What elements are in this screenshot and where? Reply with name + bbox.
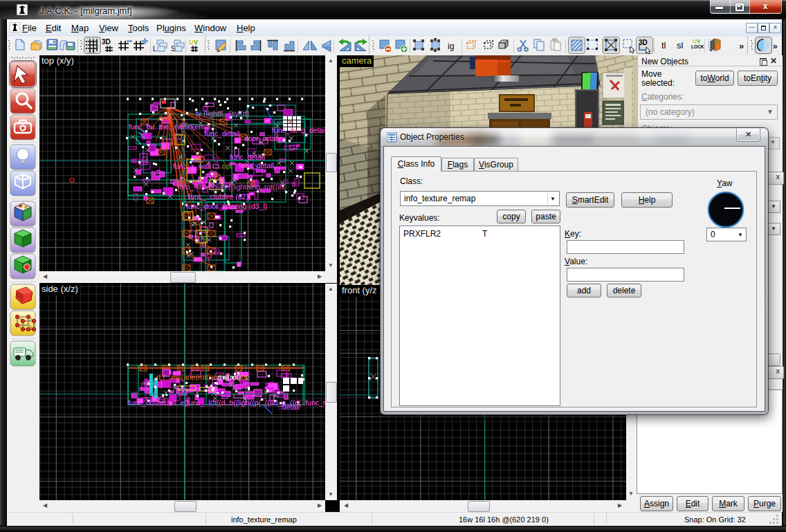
svg-text:V: V (697, 38, 701, 44)
svg-text:func_detail: func_detail (204, 129, 239, 138)
svg-text:func_door_rotating (d3_l): func_door_rotating (d3_l) (186, 202, 267, 210)
svg-text:3D: 3D (102, 38, 111, 46)
svg-text:func_x_wall: func_x_wall (173, 162, 211, 170)
svg-text:LOCK: LOCK (691, 44, 704, 49)
svg-text:..ms(rot): ..ms(rot) (214, 373, 241, 381)
svg-text:sl: sl (677, 40, 684, 51)
svg-text:V: V (194, 39, 198, 46)
svg-text:door: door (158, 115, 171, 122)
svg-text:info_..iltaniplate((lightning_: info_..iltaniplate((lightning_rot((ifl( (178, 183, 286, 191)
svg-text:door_rotatin: door_rotatin (244, 134, 283, 143)
svg-text:»: » (739, 41, 744, 51)
svg-text:ty (lightfl...(syl(d): ty (lightfl...(syl(d) (196, 109, 249, 118)
svg-text:L: L (153, 45, 157, 53)
svg-text:..detail: ..detail (278, 403, 300, 411)
svg-text:ig: ig (448, 42, 454, 51)
svg-text:3D: 3D (639, 39, 648, 46)
svg-text:func_..clubfire (d2)): func_..clubfire (d2)) (188, 192, 250, 201)
svg-text:func_bu..me...(whirl(emal...: func_bu..me...(whirl(emal... (129, 122, 217, 131)
svg-text:..opt: ..opt (218, 162, 232, 170)
svg-text:func_ilu..g_detail: func_ilu..g_detail (272, 126, 325, 134)
svg-text:tl: tl (661, 40, 666, 51)
svg-text:»: » (773, 42, 778, 51)
svg-text:func_detail: func_detail (239, 161, 274, 169)
svg-text:U: U (189, 39, 194, 46)
